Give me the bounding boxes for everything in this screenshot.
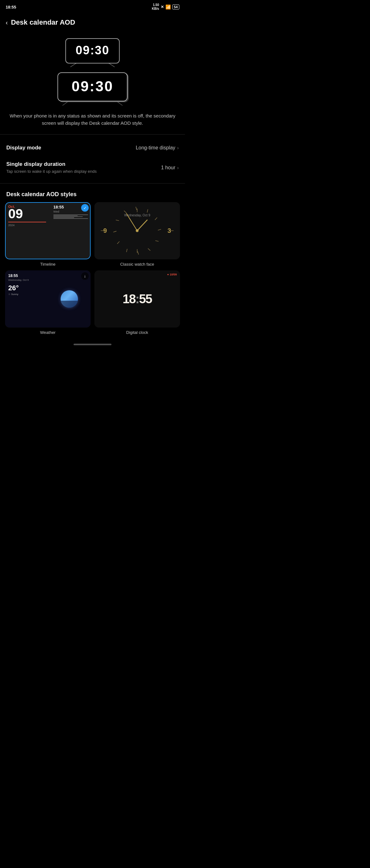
network-speed: 1.50KB/s <box>152 3 159 11</box>
timeline-events <box>53 215 88 219</box>
digital-thumbnail: 10/09 ● 18:55 <box>94 270 180 328</box>
weather-left: 18:55 Wednesday, Oct 9 26° ☆ Sunny <box>5 270 48 328</box>
styles-grid: ✓ Oct. 09 2024 18:55 Wed <box>0 202 185 340</box>
digital-minutes: 55 <box>139 292 152 306</box>
timeline-left: Oct. 09 2024 <box>5 202 52 259</box>
duration-row[interactable]: Single display duration Tap screen to wa… <box>0 157 185 179</box>
download-icon: ↓ <box>81 272 89 280</box>
event-line-3 <box>53 216 83 217</box>
svg-text:09:30: 09:30 <box>72 78 114 94</box>
svg-line-17 <box>147 249 150 251</box>
svg-line-29 <box>137 220 147 231</box>
duration-value: 1 hour › <box>161 165 179 170</box>
colon-icon: : <box>135 292 139 306</box>
page-title: Desk calendar AOD <box>11 18 75 27</box>
svg-point-31 <box>136 229 139 232</box>
svg-line-21 <box>113 230 116 233</box>
preview-area: 09:30 09:30 <box>0 30 185 109</box>
svg-line-25 <box>147 210 148 213</box>
svg-line-23 <box>124 211 127 213</box>
event-line-1 <box>53 215 88 215</box>
divider-1 <box>0 134 185 134</box>
settings-section: Display mode Long-time display › Single … <box>0 136 185 182</box>
chevron-right-icon-2: › <box>177 165 179 170</box>
weather-condition: ☆ Sunny <box>8 293 46 296</box>
svg-line-15 <box>158 229 161 231</box>
timeline-label: Timeline <box>40 262 56 267</box>
duration-left: Single display duration Tap screen to wa… <box>6 161 156 174</box>
duration-label: Single display duration <box>6 161 156 167</box>
timeline-year: 2024 <box>8 224 50 227</box>
display-mode-value: Long-time display › <box>136 145 179 151</box>
svg-line-22 <box>116 220 119 221</box>
status-right: 1.50KB/s ✕ 📶 54 <box>152 3 179 11</box>
bottom-nav <box>0 340 185 348</box>
classic-thumbnail: 3 9 Wednesday, Oct 9 <box>94 202 180 259</box>
style-item-classic[interactable]: 3 9 Wednesday, Oct 9 Classic watch face <box>94 202 180 267</box>
selected-check-icon: ✓ <box>81 204 89 212</box>
style-item-timeline[interactable]: ✓ Oct. 09 2024 18:55 Wed <box>5 202 91 267</box>
display-mode-label: Display mode <box>6 145 41 151</box>
digital-dot-icon: ● <box>167 273 169 276</box>
page-header: ‹ Desk calendar AOD <box>0 12 185 30</box>
wifi-icon: 📶 <box>165 4 171 9</box>
style-thumb-timeline: ✓ Oct. 09 2024 18:55 Wed <box>5 202 91 259</box>
desk-clock-small-preview: 09:30 <box>58 36 127 68</box>
back-button[interactable]: ‹ <box>6 19 8 26</box>
event-line-5 <box>53 218 88 219</box>
desk-clock-large-preview: 09:30 <box>47 68 138 106</box>
weather-globe <box>61 290 78 308</box>
svg-line-16 <box>155 241 159 241</box>
style-thumb-weather: ↓ 18:55 Wednesday, Oct 9 26° ☆ Sunny <box>5 270 91 328</box>
digital-time: 18:55 <box>123 292 152 305</box>
style-item-digital[interactable]: 10/09 ● 18:55 Digital clock <box>94 270 180 335</box>
event-line-2 <box>53 215 78 216</box>
digital-label: Digital clock <box>126 330 148 335</box>
home-indicator <box>73 344 111 345</box>
weather-time: 18:55 <box>8 274 46 278</box>
analog-clock-svg: 3 9 Wednesday, Oct 9 <box>94 202 180 259</box>
weather-thumbnail: 18:55 Wednesday, Oct 9 26° ☆ Sunny <box>5 270 91 328</box>
svg-text:3: 3 <box>167 227 171 234</box>
aod-styles-section: Desk calendar AOD styles ✓ Oct. 09 2024 <box>0 185 185 340</box>
timeline-thumbnail: Oct. 09 2024 18:55 Wed <box>5 202 91 259</box>
status-time: 18:55 <box>6 5 16 9</box>
chevron-right-icon: › <box>177 145 179 150</box>
style-thumb-classic: 3 9 Wednesday, Oct 9 <box>94 202 180 259</box>
weather-date: Wednesday, Oct 9 <box>8 279 46 281</box>
svg-text:9: 9 <box>103 227 107 234</box>
timeline-day: 09 <box>8 207 50 220</box>
battery-indicator: 54 <box>172 4 179 9</box>
status-bar: 18:55 1.50KB/s ✕ 📶 54 <box>0 0 185 12</box>
aod-styles-title: Desk calendar AOD styles <box>0 188 185 202</box>
description-text: When your phone is in any status as show… <box>0 109 185 133</box>
divider-2 <box>0 183 185 184</box>
digital-hours: 18 <box>123 292 135 306</box>
svg-line-14 <box>155 217 157 220</box>
style-thumb-digital: 10/09 ● 18:55 <box>94 270 180 328</box>
display-mode-row[interactable]: Display mode Long-time display › <box>0 139 185 157</box>
timeline-red-line <box>8 222 46 222</box>
svg-text:09:30: 09:30 <box>75 43 109 57</box>
digital-date: 10/09 <box>170 273 177 276</box>
weather-label: Weather <box>40 330 56 335</box>
weather-temp: 26° <box>8 284 46 292</box>
duration-subtitle: Tap screen to wake it up again when disp… <box>6 169 156 174</box>
style-item-weather[interactable]: ↓ 18:55 Wednesday, Oct 9 26° ☆ Sunny Wea… <box>5 270 91 335</box>
svg-line-19 <box>127 249 127 252</box>
event-line-4 <box>53 217 74 218</box>
classic-label: Classic watch face <box>120 262 155 267</box>
svg-line-20 <box>117 241 119 244</box>
x-icon: ✕ <box>161 5 164 9</box>
